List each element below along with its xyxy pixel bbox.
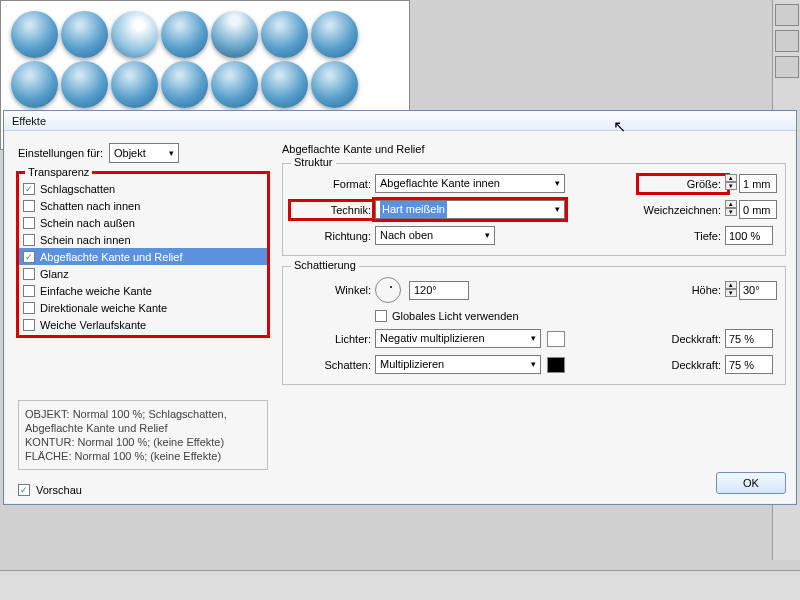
deckkraft1-input[interactable]: 75 % — [725, 329, 773, 348]
angle-dial[interactable] — [375, 277, 401, 303]
deckkraft2-input[interactable]: 75 % — [725, 355, 773, 374]
effects-group: Transparenz Schlagschatten Schatten nach… — [18, 173, 268, 336]
richtung-label: Richtung: — [293, 230, 375, 242]
checkbox-icon[interactable] — [23, 285, 35, 297]
tiefe-input[interactable]: 100 % — [725, 226, 773, 245]
panel-button[interactable] — [775, 56, 799, 78]
struktur-group: Struktur Format: Abgeflachte Kante innen… — [282, 163, 786, 256]
checkbox-icon[interactable] — [23, 183, 35, 195]
checkbox-icon[interactable] — [23, 234, 35, 246]
effect-item[interactable]: Schatten nach innen — [19, 197, 267, 214]
panel-button[interactable] — [775, 4, 799, 26]
format-label: Format: — [293, 178, 375, 190]
swatch-grid — [11, 11, 399, 108]
effect-item[interactable]: Einfache weiche Kante — [19, 282, 267, 299]
effect-item[interactable]: Weiche Verlaufskante — [19, 316, 267, 333]
effects-dialog: Effekte Einstellungen für: Objekt▾ Trans… — [3, 110, 797, 505]
chevron-down-icon: ▾ — [169, 148, 174, 158]
panel-title: Abgeflachte Kante und Relief — [282, 143, 786, 155]
format-select[interactable]: Abgeflachte Kante innen▾ — [375, 174, 565, 193]
ok-button[interactable]: OK — [716, 472, 786, 494]
checkbox-icon[interactable] — [23, 268, 35, 280]
schatten-label: Schatten: — [293, 359, 375, 371]
checkbox-icon[interactable] — [23, 302, 35, 314]
checkbox-icon[interactable] — [23, 217, 35, 229]
global-light-checkbox[interactable] — [375, 310, 387, 322]
chevron-down-icon: ▾ — [555, 201, 560, 218]
summary-info: OBJEKT: Normal 100 %; Schlagschatten, Ab… — [18, 400, 268, 470]
spinner-icon[interactable]: ▴▾ — [725, 200, 737, 219]
effect-item-selected[interactable]: Abgeflachte Kante und Relief — [19, 248, 267, 265]
effect-item[interactable]: Schlagschatten — [19, 180, 267, 197]
lichter-select[interactable]: Negativ multiplizieren▾ — [375, 329, 541, 348]
size-input[interactable]: 1 mm — [739, 174, 777, 193]
panel-button[interactable] — [775, 30, 799, 52]
effect-item[interactable]: Direktionale weiche Kante — [19, 299, 267, 316]
group-title-struktur: Struktur — [291, 156, 336, 168]
chevron-down-icon: ▾ — [531, 356, 536, 373]
deckkraft1-label: Deckkraft: — [641, 333, 725, 345]
hoehe-label: Höhe: — [641, 284, 725, 296]
effect-item[interactable]: Schein nach innen — [19, 231, 267, 248]
spinner-icon[interactable]: ▴▾ — [725, 174, 737, 193]
spinner-icon[interactable]: ▴▾ — [725, 281, 737, 300]
settings-for-label: Einstellungen für: — [18, 147, 103, 159]
global-light-label: Globales Licht verwenden — [392, 310, 519, 322]
chevron-down-icon: ▾ — [485, 227, 490, 244]
effect-item[interactable]: Schein nach außen — [19, 214, 267, 231]
settings-for-select[interactable]: Objekt▾ — [109, 143, 179, 163]
preview-checkbox[interactable] — [18, 484, 30, 496]
winkel-input[interactable]: 120° — [409, 281, 469, 300]
bottom-scrollbar[interactable] — [0, 570, 800, 600]
deckkraft2-label: Deckkraft: — [641, 359, 725, 371]
technik-select[interactable]: Hart meißeln▾ — [375, 200, 565, 219]
lichter-label: Lichter: — [293, 333, 375, 345]
preview-label: Vorschau — [36, 484, 82, 496]
chevron-down-icon: ▾ — [555, 175, 560, 192]
checkbox-icon[interactable] — [23, 251, 35, 263]
color-swatch-white[interactable] — [547, 331, 565, 347]
chevron-down-icon: ▾ — [531, 330, 536, 347]
checkbox-icon[interactable] — [23, 319, 35, 331]
schatten-select[interactable]: Multiplizieren▾ — [375, 355, 541, 374]
checkbox-icon[interactable] — [23, 200, 35, 212]
effect-item[interactable]: Glanz — [19, 265, 267, 282]
tiefe-label: Tiefe: — [641, 230, 725, 242]
group-title-transparenz: Transparenz — [25, 166, 92, 178]
richtung-select[interactable]: Nach oben▾ — [375, 226, 495, 245]
soften-label: Weichzeichnen: — [641, 204, 725, 216]
technik-label: Technik: — [293, 204, 375, 216]
hoehe-input[interactable]: 30° — [739, 281, 777, 300]
winkel-label: Winkel: — [293, 284, 375, 296]
soften-input[interactable]: 0 mm — [739, 200, 777, 219]
schattierung-group: Schattierung Winkel: 120° Höhe: ▴▾30° Gl… — [282, 266, 786, 385]
size-label: Größe: — [641, 178, 725, 190]
group-title-schattierung: Schattierung — [291, 259, 359, 271]
color-swatch-black[interactable] — [547, 357, 565, 373]
dialog-title: Effekte — [4, 111, 796, 131]
